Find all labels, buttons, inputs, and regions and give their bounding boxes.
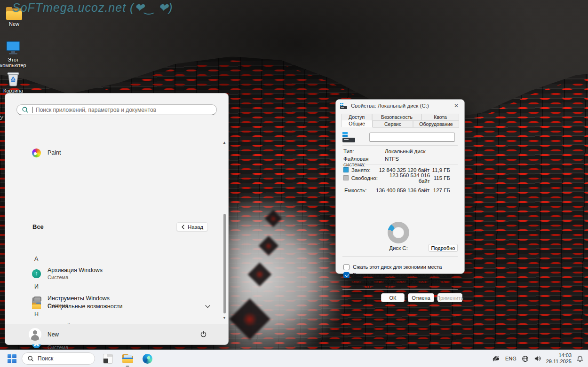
start-menu: Поиск приложений, параметров и документо…: [5, 93, 229, 345]
taskbar-search[interactable]: Поиск: [22, 352, 95, 365]
taskbar-edge[interactable]: [140, 351, 154, 366]
back-button[interactable]: Назад: [176, 222, 208, 231]
ok-button[interactable]: ОК: [381, 293, 405, 302]
user-account-button[interactable]: New: [29, 328, 59, 341]
partial-desktop-icon-label: У: [0, 115, 3, 121]
start-button[interactable]: [4, 351, 20, 366]
index-checkbox[interactable]: [343, 272, 350, 278]
used-size: 11,9 ГБ: [429, 167, 450, 173]
tab-tools[interactable]: Сервис: [373, 120, 413, 128]
onedrive-slash-icon[interactable]: [492, 355, 500, 362]
start-search-input[interactable]: Поиск приложений, параметров и документо…: [16, 104, 217, 115]
index-checkbox-row[interactable]: Разрешить индексировать содержимое файло…: [343, 272, 459, 290]
dialog-body: Тип: Локальный диск Файловая система: NT…: [336, 130, 464, 273]
type-value: Локальный диск: [385, 148, 425, 154]
app-name: Архивация Windows: [48, 267, 103, 273]
divider: [342, 184, 458, 184]
section-letter[interactable]: И: [34, 283, 39, 290]
taskbar-file-explorer[interactable]: [120, 351, 135, 366]
desktop-icon-label: New: [0, 21, 29, 27]
tab-general[interactable]: Общие: [341, 120, 373, 127]
power-button[interactable]: [197, 328, 209, 341]
taskbar-clock[interactable]: 14:03 29.11.2025: [546, 352, 572, 365]
desktop-watermark: SoFTmega.ucoz.net (❤‿ ❤): [12, 1, 173, 15]
explorer-folder-icon: [122, 354, 133, 363]
divider: [342, 145, 458, 146]
start-menu-footer: New: [5, 324, 228, 344]
volume-icon[interactable]: [534, 355, 541, 362]
network-globe-icon[interactable]: [522, 355, 529, 362]
tab-quota[interactable]: Квота: [421, 114, 459, 120]
notification-bell-icon[interactable]: [577, 355, 583, 362]
section-letter[interactable]: А: [34, 256, 38, 262]
divider: [342, 256, 458, 257]
properties-dialog: Свойства: Локальный диск (C:) ✕ Доступ Б…: [335, 99, 465, 274]
back-chevron-icon: [181, 225, 185, 229]
all-apps-header: Все: [32, 223, 44, 230]
scroll-up-arrow[interactable]: ▲: [222, 141, 227, 145]
app-row-accessibility[interactable]: Специальные возможности: [24, 298, 214, 314]
app-name: Paint: [48, 149, 61, 156]
taskbar-window-app[interactable]: [101, 351, 115, 366]
search-icon: [22, 106, 29, 113]
dialog-titlebar[interactable]: Свойства: Локальный диск (C:) ✕: [336, 100, 464, 112]
desktop-icon-label: Этот компьютер: [0, 57, 28, 68]
folder-icon: [32, 302, 41, 311]
back-button-label: Назад: [188, 224, 203, 230]
filesystem-value: NTFS: [385, 156, 399, 167]
tab-hardware[interactable]: Оборудование: [413, 120, 459, 128]
search-icon: [27, 355, 34, 362]
disk-label: Диск C:: [383, 245, 414, 251]
free-label: Свободно:: [351, 175, 378, 181]
drive-icon-large: [342, 132, 355, 142]
taskbar-search-placeholder: Поиск: [38, 355, 53, 362]
compress-checkbox[interactable]: [343, 264, 350, 270]
text-cursor: [32, 107, 32, 113]
drive-icon: [340, 103, 347, 109]
compress-checkbox-row[interactable]: Сжать этот диск для экономии места: [343, 264, 459, 270]
edge-browser-icon: [143, 354, 152, 364]
chevron-down-icon[interactable]: [205, 305, 210, 308]
filesystem-label: Файловая система:: [343, 156, 385, 167]
capacity-bytes: 136 400 859 136 байт: [376, 187, 429, 193]
dialog-title: Свойства: Локальный диск (C:): [351, 103, 449, 109]
computer-monitor-icon: [0, 39, 28, 55]
scroll-down-arrow[interactable]: ▼: [222, 316, 227, 320]
apply-button[interactable]: Применить: [437, 293, 462, 302]
free-size: 115 ГБ: [430, 175, 450, 181]
type-row: Тип: Локальный диск: [343, 148, 425, 154]
dialog-tabs: Доступ Безопасность Квота Общие Сервис О…: [341, 114, 459, 128]
cloud-backup-icon: [32, 269, 41, 278]
tab-security[interactable]: Безопасность: [372, 114, 421, 120]
app-row-paint[interactable]: Paint: [24, 145, 214, 161]
app-name: Специальные возможности: [48, 303, 123, 310]
search-placeholder: Поиск приложений, параметров и документо…: [36, 107, 156, 113]
details-button[interactable]: Подробно: [429, 244, 458, 252]
start-menu-scrollbar[interactable]: ▲ ▼: [222, 141, 227, 320]
taskbar: Поиск ENG: [0, 350, 588, 367]
close-icon[interactable]: ✕: [453, 102, 460, 109]
desktop-icon-this-pc[interactable]: Этот компьютер: [0, 39, 28, 68]
filesystem-row: Файловая система: NTFS: [343, 156, 399, 167]
power-icon: [200, 331, 207, 338]
tab-access[interactable]: Доступ: [341, 114, 372, 120]
scrollbar-thumb[interactable]: [223, 214, 226, 313]
user-name: New: [48, 331, 59, 338]
compress-checkbox-label: Сжать этот диск для экономии места: [353, 264, 442, 270]
desktop-icon-recycle-bin[interactable]: Корзина: [0, 70, 28, 94]
clock-date: 29.11.2025: [546, 359, 572, 365]
index-checkbox-label: Разрешить индексировать содержимое файло…: [353, 272, 459, 290]
system-tray: ENG 14:03 29.11.2025: [492, 352, 588, 365]
desktop-screen: New Этот компьютер Корзина SoFTmega.ucoz…: [0, 0, 588, 367]
cancel-button[interactable]: Отмена: [408, 293, 434, 302]
app-window-icon: [103, 354, 113, 364]
paint-icon: [32, 148, 41, 157]
taskbar-apps: [101, 351, 154, 366]
divider: [342, 164, 458, 164]
used-label: Занято:: [351, 167, 379, 173]
capacity-label: Емкость:: [343, 187, 376, 193]
windows-start-icon: [8, 354, 16, 363]
app-row-windows-backup[interactable]: Архивация Windows Система: [24, 265, 214, 281]
language-indicator[interactable]: ENG: [505, 356, 516, 361]
volume-label-input[interactable]: [369, 133, 455, 142]
